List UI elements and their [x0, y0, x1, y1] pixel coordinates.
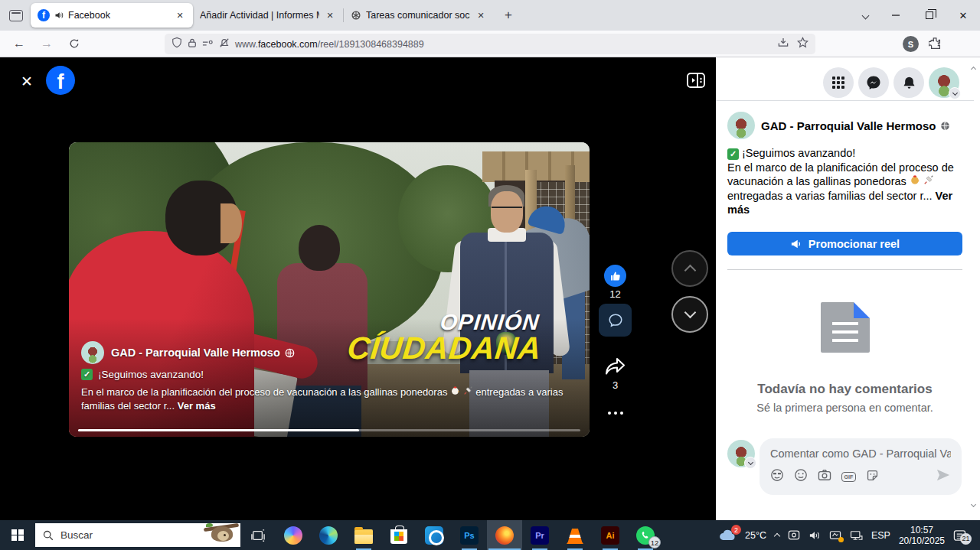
photoshop-icon[interactable]: Ps	[452, 520, 487, 550]
volume-icon[interactable]	[808, 530, 821, 541]
emoji-icon[interactable]	[794, 468, 808, 485]
more-options-icon[interactable]	[604, 408, 626, 418]
url-text[interactable]: www.facebook.com/reel/1891308468394889	[235, 39, 424, 50]
video-page-row[interactable]: GAD - Parroquial Valle Hermoso	[81, 341, 295, 364]
tab-close-icon[interactable]: ✕	[324, 9, 336, 21]
page-avatar[interactable]	[81, 341, 104, 364]
collapse-sidebar-icon[interactable]	[684, 70, 707, 90]
vlc-icon[interactable]	[557, 520, 593, 550]
like-count: 12	[599, 288, 632, 300]
profile-avatar[interactable]	[929, 67, 959, 98]
whatsapp-icon[interactable]: 12	[628, 520, 663, 550]
extensions-puzzle-icon[interactable]	[929, 37, 942, 54]
video-person-maroon-head	[299, 225, 340, 271]
comment-button[interactable]	[599, 304, 632, 337]
tray-clock[interactable]: 10:57 20/10/2025	[899, 525, 945, 546]
shield-icon[interactable]	[172, 37, 182, 51]
start-button[interactable]	[0, 520, 35, 550]
task-view-button[interactable]	[240, 520, 276, 550]
reload-button[interactable]	[63, 33, 86, 54]
apps-grid-icon[interactable]	[823, 67, 854, 98]
back-button[interactable]: ←	[8, 33, 31, 54]
camera-icon[interactable]	[818, 469, 831, 484]
edge-icon[interactable]	[311, 520, 346, 550]
notification-center-icon[interactable]: 21	[953, 529, 966, 542]
tab-close-icon[interactable]: ✕	[174, 9, 186, 21]
scrollbar-down-icon[interactable]	[969, 501, 978, 510]
close-window-button[interactable]: ✕	[946, 0, 980, 31]
forward-button[interactable]: →	[35, 33, 58, 54]
video-progress-bar[interactable]	[78, 429, 580, 431]
snip-ink-icon[interactable]	[829, 530, 841, 541]
account-chevron-icon	[949, 87, 961, 99]
see-more-link[interactable]: Ver más	[178, 400, 216, 412]
sticker-icon[interactable]	[866, 469, 879, 485]
next-reel-button[interactable]	[671, 296, 708, 333]
comment-input[interactable]: Comentar como GAD - Parroquial Vall...	[770, 447, 951, 460]
minimize-button[interactable]	[879, 0, 913, 31]
page-avatar[interactable]	[727, 112, 755, 139]
scrollbar-up-icon[interactable]	[969, 63, 978, 73]
new-tab-button[interactable]: +	[497, 4, 520, 27]
reel-video[interactable]: OPINIÓN CÍUDADANA GAD - Parroquial Valle…	[69, 142, 590, 437]
tab-informes[interactable]: Añadir Actividad | Informes Mensua ✕	[193, 3, 343, 28]
composer-avatar[interactable]	[727, 440, 755, 467]
sloth-search-art[interactable]	[204, 523, 239, 547]
tab-tareas[interactable]: Tareas comunicador social GAD ✕	[344, 3, 494, 28]
close-reel-icon[interactable]: ✕	[17, 71, 37, 91]
notifications-bell-icon[interactable]	[893, 67, 924, 98]
copilot-icon[interactable]	[276, 520, 311, 550]
page-name[interactable]: GAD - Parroquial Valle Hermoso	[761, 119, 936, 132]
temperature-label[interactable]: 25°C	[745, 530, 766, 541]
syringe-emoji	[463, 386, 473, 395]
save-page-icon[interactable]	[777, 37, 789, 51]
gif-icon[interactable]: GIF	[841, 472, 856, 482]
tab-close-icon[interactable]: ✕	[475, 9, 487, 21]
windows-logo-icon	[11, 529, 24, 542]
taskbar-search-box[interactable]: Buscar	[35, 523, 240, 547]
browser-toolbar: ← → www.facebook.com/reel/18913084683948…	[0, 31, 980, 57]
firefox-view-button[interactable]	[3, 4, 29, 27]
network-display-icon[interactable]	[850, 530, 863, 541]
promote-reel-button[interactable]: Promocionar reel	[727, 232, 962, 255]
video-description[interactable]: En el marco de la planificación del proc…	[81, 386, 579, 412]
microsoft-store-icon[interactable]	[381, 520, 416, 550]
tab-audio-icon[interactable]	[54, 11, 64, 20]
syringe-emoji	[923, 174, 934, 185]
send-comment-icon[interactable]	[936, 468, 951, 485]
tray-expand-chevron-icon[interactable]	[775, 532, 779, 539]
page-name[interactable]: GAD - Parroquial Valle Hermoso	[111, 347, 280, 359]
tab-title: Añadir Actividad | Informes Mensua	[200, 10, 319, 21]
weather-cloud-icon[interactable]: 2	[718, 529, 737, 542]
divider	[727, 269, 962, 270]
share-button[interactable]	[602, 355, 629, 378]
list-tabs-chevron-icon[interactable]	[851, 4, 879, 27]
outlook-icon[interactable]	[416, 520, 452, 550]
globe-icon	[940, 121, 950, 131]
lock-icon[interactable]	[188, 37, 197, 51]
previous-reel-button[interactable]	[671, 250, 708, 287]
language-label[interactable]: ESP	[871, 530, 890, 541]
extension-s-icon[interactable]: S	[903, 36, 919, 52]
avatar-sticker-icon[interactable]	[770, 468, 784, 485]
permissions-icon[interactable]	[202, 37, 214, 51]
illustrator-icon[interactable]: Ai	[593, 520, 628, 550]
bookmark-star-icon[interactable]	[797, 37, 808, 51]
restore-button[interactable]	[913, 0, 946, 31]
no-comments-title: Todavía no hay comentarios	[716, 382, 974, 397]
tab-facebook[interactable]: f Facebook ✕	[31, 3, 193, 28]
like-button[interactable]	[604, 265, 626, 287]
notifications-blocked-icon[interactable]	[219, 37, 230, 51]
facebook-logo[interactable]: f	[46, 66, 75, 95]
url-bar[interactable]: www.facebook.com/reel/1891308468394889	[165, 34, 815, 54]
premiere-icon[interactable]: Pr	[522, 520, 557, 550]
search-icon	[43, 530, 54, 541]
share-count: 3	[599, 379, 632, 391]
file-explorer-icon[interactable]	[346, 520, 381, 550]
meet-now-icon[interactable]	[788, 529, 800, 541]
comment-composer[interactable]: Comentar como GAD - Parroquial Vall... G…	[760, 438, 962, 495]
facebook-reel-stage: ✕ f	[0, 57, 980, 520]
sidebar-page-row[interactable]: GAD - Parroquial Valle Hermoso	[727, 112, 950, 139]
firefox-icon[interactable]	[487, 520, 522, 550]
messenger-icon[interactable]	[858, 67, 889, 98]
